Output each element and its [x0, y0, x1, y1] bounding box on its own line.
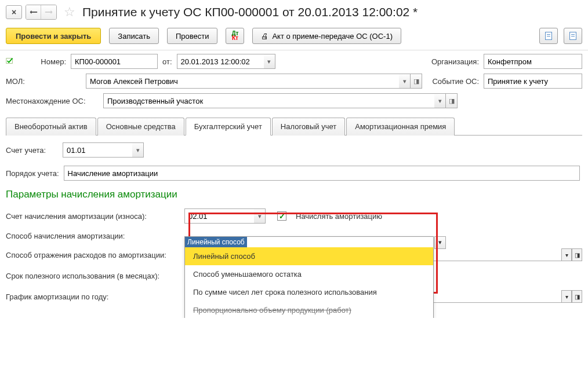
tab-accounting[interactable]: Бухгалтерский учет — [186, 118, 271, 136]
date-input[interactable] — [177, 54, 264, 69]
report-button-2[interactable] — [564, 28, 582, 44]
schedule-label: График амортизации по году: — [6, 292, 180, 301]
tab-noncurrent-asset[interactable]: Внеоборотный актив — [6, 118, 96, 136]
report-button-1[interactable] — [539, 28, 558, 44]
expense-label: Способ отражения расходов по амортизации… — [6, 251, 180, 259]
dropdown-option[interactable]: По сумме чисел лет срока полезного испол… — [185, 283, 433, 301]
location-input[interactable] — [103, 93, 434, 108]
dropdown-option[interactable]: Пропорционально объему продукции (работ) — [185, 301, 433, 319]
date-picker-button[interactable]: ▾ — [264, 54, 275, 69]
account-label: Счет учета: — [6, 146, 58, 155]
forward-button[interactable]: 🠖 — [41, 5, 56, 19]
section-heading: Параметры начисления амортизации — [6, 189, 582, 200]
act-button[interactable]: 🖨 Акт о приеме-передаче ОС (ОС-1) — [252, 28, 401, 44]
tab-tax[interactable]: Налоговый учет — [272, 118, 345, 136]
account-dropdown-button[interactable]: ▾ — [132, 142, 144, 158]
method-label: Способ начисления амортизации: — [6, 232, 180, 240]
print-icon: 🖨 — [261, 32, 268, 41]
location-dropdown-button[interactable]: ▾ — [434, 93, 446, 108]
mol-dropdown-button[interactable]: ▾ — [399, 74, 411, 89]
account-input[interactable] — [63, 142, 132, 158]
location-open-button[interactable]: ◨ — [446, 93, 458, 108]
dropdown-option[interactable]: Способ уменьшаемого остатка — [185, 265, 433, 283]
from-label: от: — [162, 57, 172, 66]
expense-dropdown-button[interactable]: ▾ — [561, 248, 572, 261]
order-label: Порядок учета: — [6, 169, 59, 178]
back-button[interactable]: 🠔 — [26, 5, 41, 19]
number-label: Номер: — [20, 57, 66, 66]
status-icon — [6, 57, 15, 67]
method-dropdown-toggle[interactable]: ▾ — [434, 236, 446, 249]
method-dropdown[interactable]: Линейный способ Линейный способСпособ ум… — [184, 236, 434, 319]
org-label: Организация: — [427, 57, 479, 66]
tab-fixed-assets[interactable]: Основные средства — [97, 118, 184, 136]
debit-credit-icon: ДтКт — [231, 31, 238, 41]
save-button[interactable]: Записать — [109, 28, 159, 44]
event-input[interactable] — [484, 74, 582, 89]
favorite-icon[interactable]: ☆ — [64, 5, 75, 20]
calc-amort-checkbox[interactable]: ✓ — [277, 211, 286, 221]
amort-account-dropdown-button[interactable]: ▾ — [254, 208, 266, 224]
post-and-close-button[interactable]: Провести и закрыть — [6, 28, 101, 44]
mol-input[interactable] — [86, 74, 399, 89]
post-button[interactable]: Провести — [167, 28, 218, 44]
location-label: Местонахождение ОС: — [6, 97, 99, 105]
schedule-open-button[interactable]: ◨ — [572, 290, 582, 303]
method-current-value: Линейный способ — [185, 237, 247, 247]
dropdown-option[interactable]: Линейный способ — [185, 247, 433, 265]
mol-open-button[interactable]: ◨ — [411, 74, 422, 89]
calc-amort-label: Начислять амортизацию — [296, 212, 382, 221]
amort-account-input[interactable] — [184, 208, 254, 224]
doc-icon — [545, 32, 552, 40]
useful-life-label: Срок полезного использования (в месяцах)… — [6, 272, 180, 280]
org-input[interactable] — [484, 54, 582, 69]
event-label: Событие ОС: — [427, 77, 479, 86]
tab-bonus[interactable]: Амортизационная премия — [346, 118, 455, 136]
doc-icon — [569, 32, 576, 40]
dk-button[interactable]: ДтКт — [226, 28, 244, 44]
amort-account-label: Счет начисления амортизации (износа): — [6, 212, 180, 221]
close-button[interactable]: × — [6, 5, 22, 19]
expense-open-button[interactable]: ◨ — [572, 248, 582, 261]
order-input[interactable] — [64, 166, 580, 181]
page-title: Принятие к учету ОС КП00-000001 от 20.01… — [82, 5, 418, 19]
mol-label: МОЛ: — [6, 77, 81, 86]
schedule-dropdown-button[interactable]: ▾ — [561, 290, 572, 303]
number-input[interactable] — [71, 54, 158, 69]
